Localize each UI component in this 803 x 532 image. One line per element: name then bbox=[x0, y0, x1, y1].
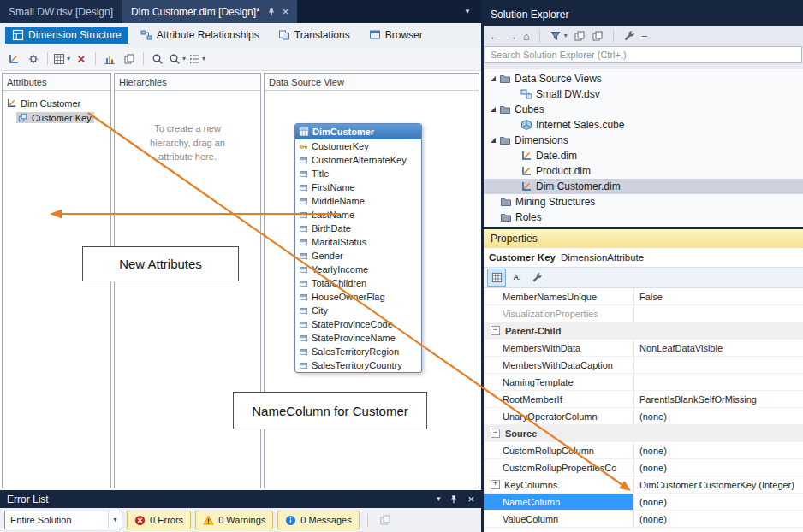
attribute-node-customer-key[interactable]: Customer Key bbox=[3, 110, 110, 125]
pin-icon[interactable] bbox=[449, 494, 459, 505]
close-icon[interactable] bbox=[467, 494, 474, 505]
property-category-row[interactable]: Source bbox=[484, 425, 803, 442]
property-value[interactable]: (none) bbox=[634, 408, 803, 424]
table-field[interactable]: CustomerKey bbox=[295, 139, 421, 153]
process-button[interactable] bbox=[24, 50, 43, 68]
property-value[interactable]: (none) bbox=[634, 494, 803, 510]
preview-toggle-icon[interactable] bbox=[641, 31, 648, 42]
back-button[interactable] bbox=[489, 31, 500, 42]
dsv-canvas[interactable]: DimCustomer CustomerKey CustomerAlternat… bbox=[265, 91, 479, 488]
table-field[interactable]: BirthDate bbox=[295, 222, 421, 235]
dimcustomer-table[interactable]: DimCustomer CustomerKey CustomerAlternat… bbox=[294, 123, 422, 373]
window-menu-icon[interactable] bbox=[437, 495, 441, 503]
categorized-button[interactable] bbox=[487, 269, 506, 287]
close-icon[interactable] bbox=[283, 6, 289, 17]
table-field[interactable]: Title bbox=[295, 167, 421, 180]
usage-chart-button[interactable] bbox=[100, 50, 119, 68]
table-field[interactable]: CustomerAlternateKey bbox=[295, 153, 421, 167]
layout-button[interactable] bbox=[187, 50, 206, 68]
expander-icon[interactable] bbox=[491, 138, 496, 143]
property-row[interactable]: ValueColumn (none) bbox=[484, 511, 803, 528]
table-field[interactable]: SalesTerritoryRegion bbox=[295, 345, 421, 358]
tab-attribute-relationships[interactable]: Attribute Relationships bbox=[134, 27, 266, 44]
property-value[interactable] bbox=[634, 305, 803, 322]
search-input[interactable] bbox=[485, 46, 802, 63]
table-field[interactable]: YearlyIncome bbox=[295, 263, 421, 276]
tree-item-internet-sales-cube[interactable]: Internet Sales.cube bbox=[484, 117, 803, 133]
tree-item-dimensions[interactable]: Dimensions bbox=[484, 133, 803, 148]
expander-icon[interactable] bbox=[491, 76, 496, 81]
property-value[interactable]: DimCustomer.CustomerKey (Integer) bbox=[634, 476, 803, 493]
collapse-all-icon[interactable] bbox=[574, 30, 586, 42]
view-type-button[interactable] bbox=[52, 50, 71, 68]
property-pages-button[interactable] bbox=[528, 269, 545, 286]
warnings-toggle[interactable]: 0 Warnings bbox=[195, 511, 273, 529]
tree-item-dim-customer-dim[interactable]: Dim Customer.dim bbox=[484, 179, 803, 194]
table-field[interactable]: SalesTerritoryCountry bbox=[295, 358, 421, 372]
tree-item-small-dw-dsv[interactable]: Small DW.dsv bbox=[484, 86, 803, 102]
forward-button[interactable] bbox=[506, 31, 517, 42]
property-row[interactable]: CustomRollupPropertiesCo (none) bbox=[484, 459, 803, 476]
tree-item-mining-structures[interactable]: Mining Structures bbox=[484, 194, 803, 210]
collapse-icon[interactable] bbox=[491, 326, 500, 335]
errors-toggle[interactable]: 0 Errors bbox=[127, 511, 191, 529]
collapse-icon[interactable] bbox=[491, 429, 500, 438]
table-field[interactable]: StateProvinceName bbox=[295, 331, 421, 345]
chevron-down-icon[interactable] bbox=[564, 33, 568, 39]
alphabetical-button[interactable] bbox=[509, 269, 526, 286]
scope-dropdown[interactable]: Entire Solution bbox=[4, 511, 122, 529]
table-field[interactable]: HouseOwnerFlag bbox=[295, 290, 421, 304]
property-row[interactable]: CustomRollupColumn (none) bbox=[484, 442, 803, 459]
property-row-keycolumns[interactable]: KeyColumns DimCustomer.CustomerKey (Inte… bbox=[484, 476, 803, 494]
property-row-namecolumn[interactable]: NameColumn (none) bbox=[484, 494, 803, 511]
property-row[interactable]: NamingTemplate bbox=[484, 374, 803, 391]
sync-icon[interactable] bbox=[592, 30, 604, 42]
property-value[interactable]: (none) bbox=[634, 511, 803, 527]
table-field[interactable]: LastName bbox=[295, 208, 421, 222]
tree-item-data-source-views[interactable]: Data Source Views bbox=[484, 71, 803, 86]
filter-funnel-icon[interactable] bbox=[550, 30, 562, 42]
table-field[interactable]: TotalChildren bbox=[295, 276, 421, 290]
home-button[interactable] bbox=[523, 31, 530, 42]
property-value[interactable]: False bbox=[634, 288, 803, 304]
tree-item-cubes[interactable]: Cubes bbox=[484, 102, 803, 117]
property-row[interactable]: MembersWithDataCaption bbox=[484, 357, 803, 374]
zoom-button[interactable] bbox=[168, 50, 187, 68]
dimension-button[interactable] bbox=[4, 50, 23, 68]
tree-item-roles[interactable]: Roles bbox=[484, 210, 803, 225]
table-field[interactable]: Gender bbox=[295, 249, 421, 263]
property-value[interactable] bbox=[634, 357, 803, 373]
pin-icon[interactable] bbox=[266, 7, 277, 17]
property-value[interactable] bbox=[634, 374, 803, 390]
zoom-page-button[interactable] bbox=[148, 50, 167, 68]
tab-overflow-icon[interactable] bbox=[454, 0, 481, 23]
tab-browser[interactable]: Browser bbox=[362, 27, 430, 44]
property-category-row[interactable]: Parent-Child bbox=[484, 322, 803, 340]
messages-toggle[interactable]: 0 Messages bbox=[277, 511, 359, 529]
table-field[interactable]: City bbox=[295, 304, 421, 317]
table-field[interactable]: MiddleName bbox=[295, 194, 421, 208]
property-row[interactable]: MemberNamesUnique False bbox=[484, 288, 803, 305]
table-field[interactable]: MaritalStatus bbox=[295, 235, 421, 249]
table-field[interactable]: StateProvinceCode bbox=[295, 317, 421, 331]
doc-tab-small-dw[interactable]: Small DW.dsv [Design] bbox=[0, 0, 122, 23]
expand-icon[interactable] bbox=[491, 480, 500, 489]
property-value[interactable]: (none) bbox=[634, 459, 803, 476]
table-field[interactable]: FirstName bbox=[295, 180, 421, 194]
property-value[interactable]: ParentIsBlankSelfOrMissing bbox=[634, 391, 803, 407]
property-value[interactable]: (none) bbox=[634, 442, 803, 458]
wrench-icon[interactable] bbox=[623, 30, 635, 42]
dimcustomer-table-header[interactable]: DimCustomer bbox=[295, 124, 421, 139]
delete-button[interactable] bbox=[72, 50, 91, 68]
tree-item-date-dim[interactable]: Date.dim bbox=[484, 148, 803, 163]
attribute-node-dim-customer[interactable]: Dim Customer bbox=[3, 96, 110, 110]
doc-tab-dim-customer[interactable]: Dim Customer.dim [Design]* bbox=[122, 0, 297, 23]
property-value[interactable]: NonLeafDataVisible bbox=[634, 340, 803, 356]
property-row[interactable]: RootMemberIf ParentIsBlankSelfOrMissing bbox=[484, 391, 803, 408]
properties-object-selector[interactable]: Customer Key DimensionAttribute bbox=[484, 248, 803, 268]
property-row[interactable]: UnaryOperatorColumn (none) bbox=[484, 408, 803, 425]
property-row[interactable]: MembersWithData NonLeafDataVisible bbox=[484, 340, 803, 357]
expander-icon[interactable] bbox=[491, 107, 496, 112]
diagram-button[interactable] bbox=[120, 50, 139, 68]
tab-dimension-structure[interactable]: Dimension Structure bbox=[5, 27, 128, 44]
